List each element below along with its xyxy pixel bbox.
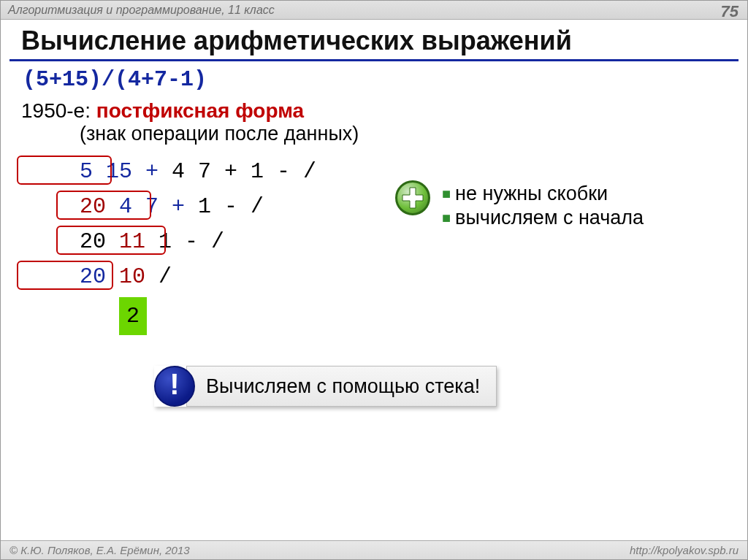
step-row-4: 20 10 /: [80, 259, 727, 294]
header-bar: Алгоритмизация и программирование, 11 кл…: [1, 1, 747, 20]
redbox-1: [17, 156, 112, 185]
exclamation-mark: !: [169, 368, 179, 401]
callout: ! Вычисляем с помощью стека!: [154, 366, 497, 407]
final-result-row: 2: [80, 294, 727, 335]
final-result: 2: [119, 297, 147, 335]
benefit-item-2: ■вычисляем с начала: [442, 206, 644, 230]
plus-icon: [395, 180, 430, 215]
benefit-1-label: не нужны скобки: [455, 183, 608, 204]
intro-year: 1950-е: [21, 99, 85, 122]
slide: Алгоритмизация и программирование, 11 кл…: [0, 0, 748, 560]
footer-bar: © К.Ю. Поляков, Е.А. Ерёмин, 2013 http:/…: [1, 540, 747, 559]
benefit-item-1: ■не нужны скобки: [442, 182, 644, 206]
title-underline: [9, 59, 739, 61]
intro-line: 1950-е: постфиксная форма: [21, 96, 727, 123]
page-title: Вычисление арифметических выражений: [1, 20, 747, 59]
step4-rest: /: [145, 264, 172, 289]
intro-sub: (знак операции после данных): [21, 123, 727, 145]
benefit-2-label: вычисляем с начала: [455, 207, 644, 229]
callout-text: Вычисляем с помощью стека!: [186, 366, 497, 407]
redbox-3: [56, 226, 166, 255]
step4-result: 10: [119, 264, 145, 289]
step2-rest: 1 - /: [185, 194, 264, 219]
bullet-icon: ■: [442, 185, 455, 202]
exclamation-icon: !: [154, 366, 195, 407]
step1-rest: 4 7 + 1 - /: [159, 159, 316, 184]
bullet-icon: ■: [442, 210, 455, 226]
page-number: 75: [721, 2, 739, 21]
intro-term: постфиксная форма: [96, 99, 304, 122]
footer-authors: © К.Ю. Поляков, Е.А. Ерёмин, 2013: [9, 544, 190, 556]
breadcrumb: Алгоритмизация и программирование, 11 кл…: [8, 4, 275, 17]
redbox-4: [17, 261, 113, 290]
footer-url: http://kpolyakov.spb.ru: [630, 544, 739, 556]
redbox-2: [56, 191, 151, 220]
infix-expression: (5+15)/(4+7-1): [21, 66, 727, 96]
benefits-list: ■не нужны скобки ■вычисляем с начала: [442, 182, 644, 230]
intro-colon: :: [85, 99, 96, 122]
